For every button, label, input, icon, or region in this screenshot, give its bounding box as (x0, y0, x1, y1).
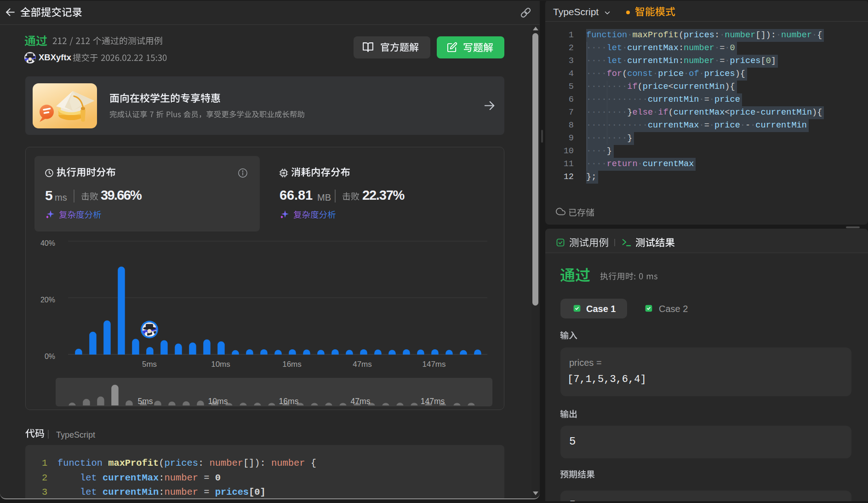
svg-text:47ms: 47ms (353, 360, 372, 369)
svg-text:10ms: 10ms (208, 397, 228, 406)
svg-text:47ms: 47ms (351, 397, 371, 406)
svg-text:10ms: 10ms (211, 360, 230, 369)
svg-text:147ms: 147ms (421, 397, 445, 406)
svg-text:16ms: 16ms (279, 397, 299, 406)
svg-text:147ms: 147ms (422, 360, 445, 369)
svg-text:40%: 40% (40, 239, 55, 247)
svg-text:5ms: 5ms (137, 397, 153, 406)
svg-text:20%: 20% (40, 296, 55, 304)
svg-text:0%: 0% (45, 353, 55, 360)
svg-text:5ms: 5ms (142, 360, 157, 369)
svg-text:16ms: 16ms (282, 360, 302, 369)
